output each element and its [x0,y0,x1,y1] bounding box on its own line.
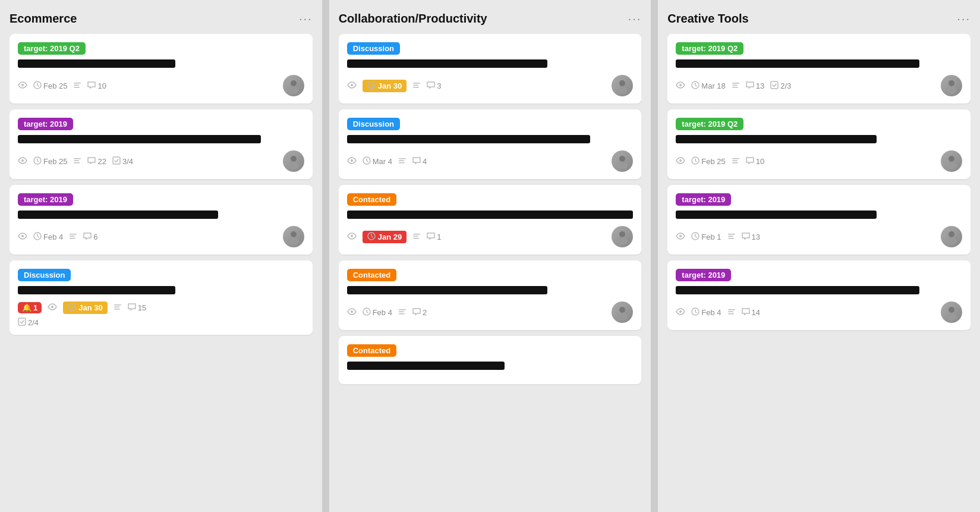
column-title-collaboration: Collaboration/Productivity [339,12,487,26]
avatar [612,226,633,247]
card-tag: target: 2019 [676,193,731,206]
card[interactable]: target: 2019 Q2Feb 2510 [667,109,970,179]
column-menu-collaboration[interactable]: ··· [628,12,642,26]
svg-rect-24 [114,304,121,306]
svg-point-13 [291,156,297,162]
column-menu-ecommerce[interactable]: ··· [299,12,313,26]
card[interactable]: target: 2019Feb 113 [667,185,970,255]
card-tag: target: 2019 [18,118,73,130]
card[interactable]: DiscussionMar 44 [339,109,642,179]
svg-rect-4 [74,87,80,88]
svg-point-41 [617,162,628,169]
column-ecommerce: Ecommerce···target: 2019 Q2Feb 2510 targ… [0,0,326,512]
meta-eye [347,231,357,243]
card[interactable]: target: 2019 Q2Mar 18132/3 [667,34,970,103]
svg-point-47 [619,231,625,237]
comment-icon [427,232,435,242]
meta-lines [73,156,81,167]
svg-rect-46 [413,238,419,239]
svg-rect-11 [74,162,80,164]
meta-lines [398,156,407,167]
comment-icon [746,156,754,167]
card-meta: Mar 18132/3 [676,75,962,96]
svg-rect-52 [399,311,404,312]
svg-point-49 [351,310,353,313]
card-meta: Feb 25223/4 [18,150,304,172]
bell-icon: 🔔 [22,303,31,312]
column-creative: Creative Tools···target: 2019 Q2Mar 1813… [658,0,980,512]
card-meta: Mar 44 [347,150,634,172]
card-meta: Feb 2510 [676,150,962,172]
avatar [612,301,633,323]
eye-icon [676,231,685,243]
card[interactable]: Contacted [339,336,642,384]
svg-rect-51 [399,309,406,310]
meta-comment: 3 [427,81,441,91]
column-header-collaboration: Collaboration/Productivity··· [339,12,642,26]
svg-point-21 [288,238,299,245]
meta-eye [347,156,357,167]
card-title-bar [347,286,547,294]
check-icon [112,156,121,167]
meta-date: Feb 4 [363,307,392,318]
svg-rect-10 [74,160,79,161]
svg-rect-9 [74,158,81,159]
card-title-bar [18,211,218,219]
card[interactable]: ContactedJan 291 [339,185,642,255]
svg-rect-26 [114,309,120,310]
date-badge: Jan 30 [63,301,107,314]
comment-icon [742,232,750,242]
card[interactable]: target: 2019Feb 46 [10,185,313,255]
svg-rect-44 [413,234,420,235]
card[interactable]: Discussion🔔1Jan 30152/4 [10,260,313,335]
svg-rect-2 [74,83,81,84]
svg-rect-19 [70,238,75,239]
footer-check-item: 2/4 [18,318,304,328]
clock-icon [691,232,699,242]
card[interactable]: target: 2019 Q2Feb 2510 [10,34,313,103]
svg-point-40 [619,156,625,162]
svg-point-63 [946,87,957,94]
card[interactable]: target: 2019Feb 414 [667,260,970,330]
svg-point-64 [679,159,682,162]
meta-eye [18,156,27,167]
meta-lines [69,232,77,242]
card-title-bar [18,59,175,68]
svg-rect-59 [732,84,738,86]
avatar [941,301,962,323]
svg-point-35 [351,159,353,162]
svg-point-83 [949,307,954,313]
card-meta: Feb 113 [676,226,962,247]
svg-point-54 [619,307,625,313]
svg-rect-67 [732,160,738,161]
board: Ecommerce···target: 2019 Q2Feb 2510 targ… [0,0,980,512]
clock-icon [68,303,76,313]
svg-point-22 [51,306,53,308]
clock-icon [363,156,371,167]
svg-rect-25 [114,307,119,308]
eye-icon [347,156,357,167]
svg-point-7 [21,159,24,162]
meta-eye [48,302,57,313]
card[interactable]: ContactedFeb 42 [339,260,642,330]
column-menu-creative[interactable]: ··· [957,12,970,26]
card[interactable]: DiscussionJan 303 [339,34,642,103]
eye-icon [18,231,27,243]
meta-date: Feb 25 [33,81,67,91]
card-meta: Feb 2510 [18,75,304,96]
svg-point-56 [679,84,682,86]
comment-icon [128,303,136,313]
meta-date: Feb 4 [33,232,63,242]
meta-date: Mar 18 [691,81,725,91]
svg-rect-31 [413,84,418,86]
meta-eye [347,80,357,92]
svg-rect-53 [399,313,405,315]
card-tag: target: 2019 Q2 [18,42,86,55]
card[interactable]: target: 2019Feb 25223/4 [10,109,313,179]
svg-point-6 [288,87,299,94]
comment-icon [742,307,750,318]
card-tag: Discussion [18,269,71,281]
card-tag: Discussion [347,42,400,55]
meta-comment: 13 [746,81,764,91]
svg-point-70 [946,162,957,169]
